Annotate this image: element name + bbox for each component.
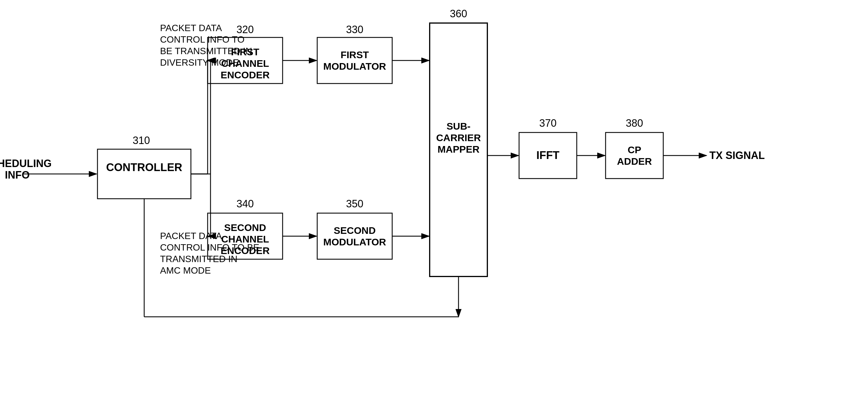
- sm-label-2: MODULATOR: [323, 236, 386, 247]
- ref-310: 310: [133, 135, 150, 146]
- packet-amc-label-1: PACKET DATA: [160, 231, 222, 241]
- first-modulator-box: [317, 37, 392, 83]
- fm-label-1: FIRST: [341, 49, 369, 60]
- scheduling-info-label-1: SCHEDULING: [0, 158, 52, 169]
- controller-box: [97, 149, 191, 199]
- ref-380: 380: [626, 117, 643, 129]
- ifft-label: IFFT: [536, 149, 559, 161]
- scheduling-info-label-2: INFO: [5, 169, 30, 181]
- cpa-label-2: ADDER: [617, 156, 652, 167]
- sm-label-1: SECOND: [334, 225, 375, 236]
- packet-amc-label-2: CONTROL INFO TO BE: [160, 242, 259, 252]
- sce-label-1: SECOND: [224, 222, 266, 233]
- ref-320: 320: [237, 24, 254, 35]
- scm-label-2: CARRIER: [436, 132, 481, 143]
- packet-diversity-label-3: BE TRANSMITTED IN: [160, 46, 252, 56]
- packet-diversity-label-2: CONTROL INFO TO: [160, 34, 245, 45]
- scm-label-3: MAPPER: [437, 144, 479, 154]
- ref-350: 350: [346, 198, 363, 210]
- tx-signal-label: TX SIGNAL: [709, 149, 765, 161]
- fce-label-3: ENCODER: [221, 69, 270, 80]
- ref-340: 340: [237, 198, 254, 210]
- packet-amc-label-3: TRANSMITTED IN: [160, 254, 237, 264]
- ref-370: 370: [539, 117, 557, 129]
- controller-label-1: CONTROLLER: [106, 161, 182, 173]
- block-diagram: 310 320 330 340 350 360 370 380 CONTROLL…: [0, 0, 868, 413]
- cp-adder-box: [606, 133, 663, 179]
- packet-diversity-label-4: DIVERSITY MODE: [160, 57, 239, 68]
- packet-diversity-label-1: PACKET DATA: [160, 23, 222, 33]
- fm-label-2: MODULATOR: [323, 61, 386, 72]
- second-modulator-box: [317, 213, 392, 259]
- ref-360: 360: [450, 8, 467, 20]
- packet-amc-label-4: AMC MODE: [160, 265, 211, 276]
- ref-330: 330: [346, 24, 363, 35]
- cpa-label-1: CP: [627, 144, 641, 155]
- scm-label-1: SUB-: [446, 121, 470, 132]
